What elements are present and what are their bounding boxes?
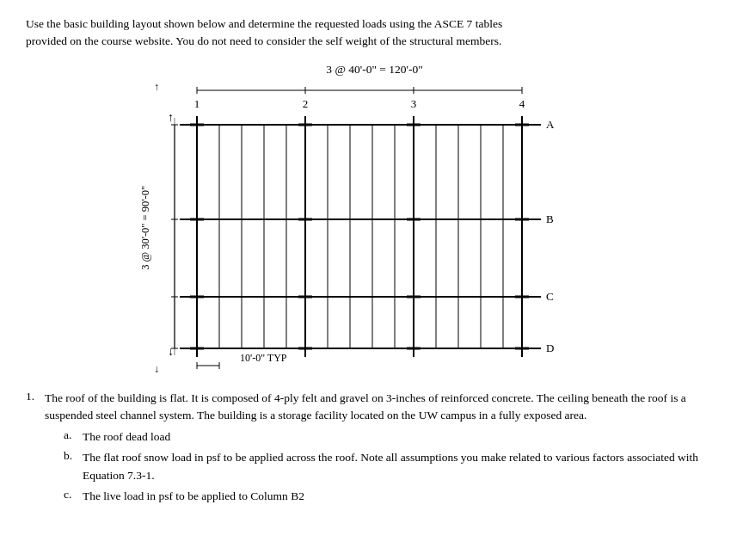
svg-text:B: B <box>546 212 554 225</box>
sub-items-list: a. The roof dead load b. The flat roof s… <box>64 428 723 506</box>
svg-text:3: 3 <box>411 97 417 110</box>
svg-text:C: C <box>546 290 554 303</box>
intro-paragraph: Use the basic building layout shown belo… <box>26 15 723 51</box>
vertical-label: 3 @ 30'-0" = 90'-0" <box>139 186 152 270</box>
sub-label-b: b. <box>64 449 83 463</box>
diagram-wrapper: 3 @ 30'-0" = 90'-0" ↑ ↓ <box>139 82 610 374</box>
diagram-title: 3 @ 40'-0" = 120'-0" <box>326 63 422 77</box>
sub-text-c: The live load in psf to be applied to Co… <box>83 488 723 506</box>
sub-text-a: The roof dead load <box>83 428 723 446</box>
svg-text:D: D <box>546 342 554 354</box>
problem-text: The roof of the building is flat. It is … <box>45 390 723 426</box>
sub-item-b: b. The flat roof snow load in psf to be … <box>64 449 723 485</box>
problems-section: 1. The roof of the building is flat. It … <box>26 390 723 507</box>
problem-number: 1. <box>26 390 45 403</box>
sub-item-c: c. The live load in psf to be applied to… <box>64 488 723 506</box>
intro-line2: provided on the course website. You do n… <box>26 34 501 47</box>
building-plan-container: 1 2 3 4 <box>163 82 610 374</box>
problem-1: 1. The roof of the building is flat. It … <box>26 390 723 426</box>
svg-text:2: 2 <box>303 97 309 110</box>
arrow-up: ↑ <box>154 82 159 92</box>
sub-label-c: c. <box>64 488 83 502</box>
sub-text-b: The flat roof snow load in psf to be app… <box>83 449 723 485</box>
svg-text:1: 1 <box>194 97 200 110</box>
svg-text:10'-0" TYP: 10'-0" TYP <box>240 352 287 364</box>
arrow-down: ↓ <box>154 364 159 374</box>
sub-item-a: a. The roof dead load <box>64 428 723 446</box>
svg-text:↑: ↑ <box>168 111 174 124</box>
svg-text:↓: ↓ <box>168 345 174 358</box>
svg-text:A: A <box>546 118 555 131</box>
svg-text:4: 4 <box>519 97 525 110</box>
sub-label-a: a. <box>64 428 83 442</box>
intro-line1: Use the basic building layout shown belo… <box>26 17 502 30</box>
building-plan-svg: 1 2 3 4 <box>163 82 610 374</box>
diagram-section: 3 @ 40'-0" = 120'-0" 3 @ 30'-0" = 90'-0"… <box>26 63 723 374</box>
